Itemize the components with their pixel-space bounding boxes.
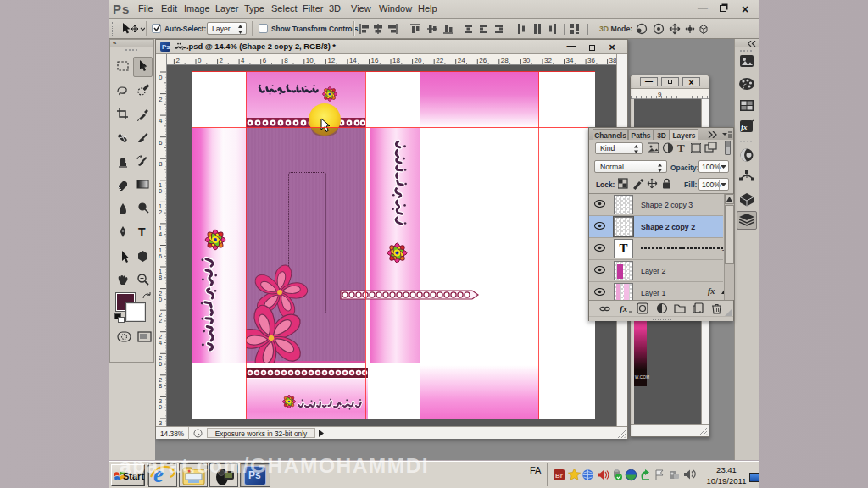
- svg-text:fx: fx: [620, 303, 628, 313]
- svg-text:8: 8: [159, 160, 163, 168]
- svg-text:8: 8: [159, 382, 162, 390]
- svg-text:28: 28: [501, 57, 509, 64]
- svg-text:4: 4: [241, 57, 245, 64]
- svg-text:26: 26: [479, 57, 487, 64]
- svg-text:2: 2: [220, 57, 224, 64]
- svg-text:10: 10: [306, 57, 314, 64]
- svg-text:30: 30: [522, 57, 530, 64]
- svg-text:Br: Br: [555, 472, 563, 480]
- svg-text:32: 32: [544, 57, 552, 64]
- svg-text:34: 34: [566, 57, 574, 64]
- svg-text:4: 4: [159, 117, 163, 125]
- svg-text:4: 4: [159, 230, 162, 238]
- svg-text:0: 0: [159, 187, 162, 195]
- svg-text:T: T: [677, 142, 685, 153]
- svg-text:0: 0: [159, 74, 163, 81]
- svg-text:0: 0: [159, 403, 162, 411]
- svg-text:2: 2: [159, 208, 162, 216]
- svg-text:0: 0: [198, 57, 202, 64]
- svg-text:16: 16: [371, 57, 379, 64]
- svg-text:4: 4: [159, 339, 162, 347]
- svg-text:36: 36: [587, 57, 595, 64]
- svg-text:0: 0: [159, 296, 162, 303]
- svg-text:6: 6: [159, 360, 162, 368]
- svg-text:6: 6: [159, 252, 162, 260]
- svg-text:2: 2: [175, 57, 180, 64]
- svg-text:18: 18: [392, 57, 400, 64]
- svg-text:12: 12: [327, 57, 335, 64]
- svg-text:fx: fx: [741, 123, 748, 131]
- svg-text:2: 2: [159, 96, 163, 103]
- svg-text:20: 20: [415, 57, 422, 64]
- svg-text:8: 8: [159, 274, 162, 281]
- svg-text:14: 14: [349, 57, 357, 64]
- svg-text:2: 2: [159, 317, 162, 324]
- svg-text:8: 8: [284, 57, 288, 64]
- svg-text:6: 6: [159, 139, 163, 147]
- svg-text:T: T: [138, 225, 146, 239]
- svg-text:6: 6: [263, 57, 267, 64]
- svg-text:38: 38: [609, 57, 616, 64]
- svg-text:22: 22: [436, 57, 443, 64]
- svg-text:24: 24: [458, 57, 465, 64]
